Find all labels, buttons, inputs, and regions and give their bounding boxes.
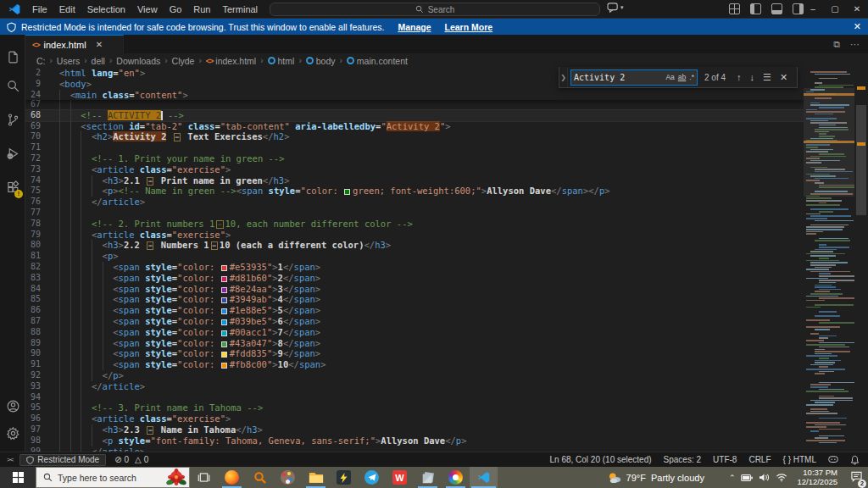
breadcrumb-item-downloads[interactable]: Downloads xyxy=(115,56,161,66)
search-view-icon[interactable] xyxy=(0,69,25,103)
toggle-panel-icon[interactable] xyxy=(771,3,782,14)
manage-link[interactable]: Manage xyxy=(398,22,431,32)
encoding[interactable]: UTF-8 xyxy=(713,455,737,464)
copilot-status-icon[interactable] xyxy=(828,455,838,464)
scrollbar-thumb[interactable] xyxy=(856,105,866,215)
code-line-68[interactable]: 68<!-- ACTIVITY 2 --> xyxy=(25,110,804,121)
code-line-69[interactable]: 69<section id="tab-2" class="tab-content… xyxy=(25,121,804,132)
customize-layout-icon[interactable] xyxy=(729,3,740,14)
menu-go[interactable]: Go xyxy=(164,3,188,16)
minimap-slider[interactable] xyxy=(804,88,854,197)
more-actions-icon[interactable]: ⋯ xyxy=(850,39,860,50)
code-line-83[interactable]: 83<span style="color: #d81b60">2</span> xyxy=(25,273,804,284)
code-line-71[interactable]: 71 xyxy=(25,142,804,153)
code-line-82[interactable]: 82<span style="color: #e53935">1</span> xyxy=(25,262,804,273)
code-line-95[interactable]: 95<!-- 3. Print name in Tahoma --> xyxy=(25,402,804,413)
speaker-icon[interactable] xyxy=(759,473,770,482)
weather-widget[interactable]: 79°F Partly cloudy xyxy=(607,472,704,484)
breadcrumb-item-main-content[interactable]: main.content xyxy=(346,56,409,66)
menu-run[interactable]: Run xyxy=(187,3,216,16)
regex-icon[interactable]: .* xyxy=(689,73,694,81)
eol-sequence[interactable]: CRLF xyxy=(748,455,771,464)
breadcrumb-item-users[interactable]: Users xyxy=(56,56,81,66)
code-line-92[interactable]: 92</p> xyxy=(25,370,804,381)
taskbar-app-firefox[interactable] xyxy=(218,467,246,488)
code-line-90[interactable]: 90<span style="color: #fdd835">9</span> xyxy=(25,348,804,359)
poinsettia-flower-image[interactable] xyxy=(165,469,187,487)
taskbar-app-lightning-app[interactable] xyxy=(330,467,358,488)
toggle-sidebar-icon[interactable] xyxy=(750,3,761,14)
menu-selection[interactable]: Selection xyxy=(81,3,131,16)
taskbar-app-vscode[interactable] xyxy=(470,467,498,488)
breadcrumb-item-index-html[interactable]: <>index.html xyxy=(205,56,257,66)
code-line-85[interactable]: 85<span style="color: #3949ab">4</span> xyxy=(25,294,804,305)
code-line-75[interactable]: 75<p><!-- Name in green --><span style="… xyxy=(25,186,804,197)
banner-close-icon[interactable]: ✕ xyxy=(854,21,861,32)
code-line-96[interactable]: 96<article class="exercise"> xyxy=(25,413,804,424)
breadcrumb-item-clyde[interactable]: Clyde xyxy=(171,56,196,66)
notifications-bell-icon[interactable] xyxy=(850,455,860,465)
whole-word-icon[interactable]: ab xyxy=(678,73,686,81)
language-mode[interactable]: { } HTML xyxy=(783,455,816,464)
copilot-chat-button[interactable]: ▾ xyxy=(607,3,624,13)
split-editor-icon[interactable]: ⧉ xyxy=(833,39,840,50)
code-line-72[interactable]: 72<!-- 1. Print your name in green --> xyxy=(25,153,804,164)
code-line-80[interactable]: 80<h3>2.2 – Numbers 1–10 (each a differe… xyxy=(25,240,804,251)
code-editor[interactable]: 6768<!-- ACTIVITY 2 -->69<section id="ta… xyxy=(25,68,804,452)
find-input[interactable]: Activity 2 Aa ab .* xyxy=(570,69,698,86)
settings-gear-icon[interactable] xyxy=(0,416,25,450)
problems-indicator[interactable]: ⊘ 0 △ 0 xyxy=(114,455,148,464)
extensions-icon[interactable]: ! xyxy=(0,170,25,204)
code-line-89[interactable]: 89<span style="color: #43a047">8</span> xyxy=(25,338,804,349)
close-find-icon[interactable]: ✕ xyxy=(780,72,787,83)
command-center-search[interactable]: Search xyxy=(270,3,600,16)
code-line-70[interactable]: 70<h2>Activity 2 – Text Exercises</h2> xyxy=(25,131,804,142)
code-line-86[interactable]: 86<span style="color: #1e88e5">5</span> xyxy=(25,305,804,316)
menu-terminal[interactable]: Terminal xyxy=(217,3,264,16)
cursor-position[interactable]: Ln 68, Col 20 (10 selected) xyxy=(550,455,652,464)
start-button[interactable] xyxy=(0,467,36,488)
taskbar-app-wps-office[interactable]: W xyxy=(386,467,414,488)
code-line-24[interactable]: 24<main class="content"> xyxy=(25,90,804,101)
tab-index-html[interactable]: <> index.html ✕ xyxy=(25,35,124,53)
taskbar-app-everything-search[interactable] xyxy=(246,467,274,488)
taskbar-search-input[interactable]: Type here to search xyxy=(36,467,190,488)
taskbar-app-paint-app[interactable] xyxy=(274,467,302,488)
code-line-76[interactable]: 76</article> xyxy=(25,197,804,208)
next-match-icon[interactable]: ↓ xyxy=(750,72,755,82)
code-line-93[interactable]: 93</article> xyxy=(25,381,804,392)
minimize-button[interactable]: – xyxy=(802,0,824,19)
remote-indicator-icon[interactable]: >< xyxy=(0,456,19,463)
breadcrumb-item-body[interactable]: body xyxy=(305,56,337,66)
taskbar-app-file-explorer[interactable] xyxy=(302,467,330,488)
taskbar-app-task-view[interactable] xyxy=(190,467,218,488)
learn-more-link[interactable]: Learn More xyxy=(445,22,493,32)
code-line-73[interactable]: 73<article class="exercise"> xyxy=(25,164,804,175)
code-line-91[interactable]: 91<span style="color: #fb8c00">10</span> xyxy=(25,359,804,370)
maximize-button[interactable]: ▢ xyxy=(824,0,846,19)
menu-file[interactable]: File xyxy=(26,3,53,16)
breadcrumb-item-c-[interactable]: C: xyxy=(36,56,47,66)
code-line-87[interactable]: 87<span style="color: #039be5">6</span> xyxy=(25,316,804,327)
code-line-84[interactable]: 84<span style="color: #8e24aa">3</span> xyxy=(25,284,804,295)
vertical-scrollbar[interactable] xyxy=(854,68,868,452)
battery-icon[interactable] xyxy=(741,474,753,482)
code-line-78[interactable]: 78<!-- 2. Print numbers 1–10, each numbe… xyxy=(25,219,804,230)
action-center-icon[interactable]: 2 xyxy=(850,470,863,485)
tray-expand-chevron-icon[interactable]: ⌃ xyxy=(729,474,736,482)
code-line-67[interactable]: 67 xyxy=(25,99,804,110)
code-line-97[interactable]: 97<h3>2.3 – Name in Tahoma</h3> xyxy=(25,424,804,435)
indentation[interactable]: Spaces: 2 xyxy=(664,455,701,464)
code-line-79[interactable]: 79<article class="exercise"> xyxy=(25,230,804,241)
code-line-74[interactable]: 74<h3>2.1 – Print name in green</h3> xyxy=(25,175,804,186)
run-debug-icon[interactable] xyxy=(0,136,25,170)
breadcrumb-item-dell[interactable]: dell xyxy=(91,56,106,66)
network-wifi-icon[interactable] xyxy=(776,473,787,482)
close-button[interactable]: ✕ xyxy=(846,0,868,19)
breadcrumb-item-html[interactable]: html xyxy=(267,56,296,66)
taskbar-app-telegram[interactable] xyxy=(358,467,386,488)
taskbar-app-sticky-notes[interactable] xyxy=(414,467,442,488)
source-control-icon[interactable] xyxy=(0,103,25,136)
taskbar-app-photos-app[interactable] xyxy=(442,467,470,488)
code-line-94[interactable]: 94 xyxy=(25,392,804,403)
